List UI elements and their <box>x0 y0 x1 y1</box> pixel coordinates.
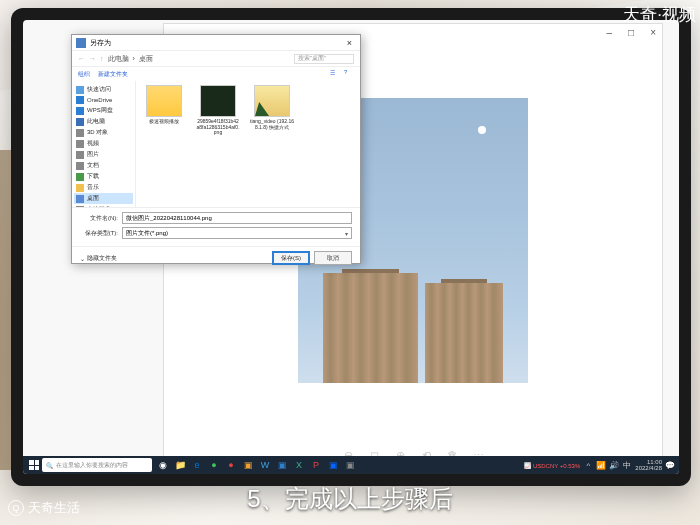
nav-up-button[interactable]: ↑ <box>100 55 104 62</box>
nav-forward-button[interactable]: → <box>89 55 96 62</box>
sidebar-item-label: 本地磁盘 <box>87 205 111 207</box>
dialog-sidebar: 快速访问OneDriveWPS网盘此电脑3D 对象视频图片文档下载音乐桌面本地磁… <box>72 81 136 207</box>
tray-network-icon[interactable]: 📶 <box>596 460 606 470</box>
file-item[interactable]: 极速视频播放 <box>142 85 186 125</box>
sidebar-item[interactable]: 3D 对象 <box>74 127 133 138</box>
view-mode-icon[interactable]: ☰ <box>330 69 340 79</box>
start-button[interactable] <box>27 458 41 472</box>
cancel-button[interactable]: 取消 <box>314 251 352 265</box>
save-as-dialog: 另存为 × ← → ↑ 此电脑 › 桌面 搜索"桌面" 组织 新建文件夹 ☰ ?… <box>71 34 361 264</box>
taskbar-app-icon[interactable]: e <box>189 457 205 473</box>
dialog-toolbar: 组织 新建文件夹 ☰ ? <box>72 67 360 81</box>
folder-icon <box>76 173 84 181</box>
sidebar-item-label: WPS网盘 <box>87 106 113 115</box>
folder-icon <box>76 151 84 159</box>
viewer-min-button[interactable]: – <box>607 27 613 38</box>
sidebar-item[interactable]: 图片 <box>74 149 133 160</box>
sidebar-item[interactable]: 下载 <box>74 171 133 182</box>
sidebar-item-label: 快速访问 <box>87 85 111 94</box>
sidebar-item-label: 此电脑 <box>87 117 105 126</box>
taskbar-app-icon[interactable]: X <box>291 457 307 473</box>
building-right <box>425 283 503 383</box>
sidebar-item-label: 桌面 <box>87 194 99 203</box>
dialog-title: 另存为 <box>90 38 111 48</box>
tray-clock[interactable]: 11:00 2022/4/28 <box>635 459 662 471</box>
windows-logo-icon <box>29 460 39 470</box>
dialog-app-icon <box>76 38 86 48</box>
taskbar-apps: ◉📁e●●▣W▣XP▣▣ <box>155 457 358 473</box>
taskbar-search-input[interactable]: 🔍 在这里输入你要搜索的内容 <box>42 458 152 472</box>
nav-back-button[interactable]: ← <box>78 55 85 62</box>
taskbar-app-icon[interactable]: 📁 <box>172 457 188 473</box>
hide-folders-toggle[interactable]: ⌄ 隐藏文件夹 <box>80 254 117 263</box>
taskbar-app-icon[interactable]: ▣ <box>342 457 358 473</box>
sidebar-item[interactable]: 桌面 <box>74 193 133 204</box>
folder-icon <box>76 140 84 148</box>
help-icon[interactable]: ? <box>344 69 354 79</box>
taskbar-app-icon[interactable]: ▣ <box>325 457 341 473</box>
folder-icon <box>76 96 84 104</box>
file-item[interactable]: tiang_video (192.168.1.8) 快捷方式 <box>250 85 294 130</box>
moon-icon <box>478 126 486 134</box>
file-thumbnail <box>200 85 236 117</box>
folder-icon <box>76 107 84 115</box>
breadcrumb-current[interactable]: 桌面 <box>139 54 153 64</box>
sidebar-item[interactable]: WPS网盘 <box>74 105 133 116</box>
file-list-area[interactable]: 极速视频播放29859e4f18f31b42a8fa1286315b4af0.p… <box>136 81 360 207</box>
organize-menu[interactable]: 组织 <box>78 70 90 79</box>
tray-volume-icon[interactable]: 🔊 <box>609 460 619 470</box>
sidebar-item[interactable]: 视频 <box>74 138 133 149</box>
tray-notifications-icon[interactable]: 💬 <box>665 460 675 470</box>
folder-icon <box>76 162 84 170</box>
filetype-select[interactable]: 图片文件(*.png) <box>122 227 352 239</box>
building-left <box>323 273 418 383</box>
file-thumbnail <box>146 85 182 117</box>
folder-icon <box>76 86 84 94</box>
taskbar-app-icon[interactable]: ▣ <box>274 457 290 473</box>
taskbar-app-icon[interactable]: ▣ <box>240 457 256 473</box>
chevron-down-icon: ⌄ <box>80 255 85 262</box>
sidebar-item[interactable]: OneDrive <box>74 95 133 105</box>
filetype-label: 保存类型(T): <box>80 229 118 238</box>
folder-icon <box>76 118 84 126</box>
filename-label: 文件名(N): <box>80 214 118 223</box>
file-label: tiang_video (192.168.1.8) 快捷方式 <box>250 119 294 130</box>
folder-icon <box>76 206 84 208</box>
taskbar-app-icon[interactable]: ● <box>206 457 222 473</box>
sidebar-item[interactable]: 文档 <box>74 160 133 171</box>
search-icon: 🔍 <box>46 462 53 469</box>
folder-icon <box>76 184 84 192</box>
system-tray: 📈 USDCNY +0.53% ^ 📶 🔊 中 11:00 2022/4/28 … <box>524 459 675 471</box>
breadcrumb-root[interactable]: 此电脑 <box>108 54 129 64</box>
folder-icon <box>76 129 84 137</box>
sidebar-item[interactable]: 本地磁盘 <box>74 204 133 207</box>
dialog-search-input[interactable]: 搜索"桌面" <box>294 54 354 64</box>
sidebar-item[interactable]: 音乐 <box>74 182 133 193</box>
filename-input[interactable]: 微信图片_20220428110044.png <box>122 212 352 224</box>
folder-icon <box>76 195 84 203</box>
video-subtitle: 5、完成以上步骤后 <box>0 483 700 515</box>
new-folder-button[interactable]: 新建文件夹 <box>98 70 128 79</box>
taskbar-app-icon[interactable]: W <box>257 457 273 473</box>
dialog-nav-bar: ← → ↑ 此电脑 › 桌面 搜索"桌面" <box>72 51 360 67</box>
file-thumbnail <box>254 85 290 117</box>
dialog-close-button[interactable]: × <box>343 38 356 48</box>
watermark-top-right: 天奇·视频 <box>619 0 700 29</box>
sidebar-item[interactable]: 快速访问 <box>74 84 133 95</box>
taskbar-app-icon[interactable]: ● <box>223 457 239 473</box>
file-label: 29859e4f18f31b42a8fa1286315b4af0.png <box>196 119 240 136</box>
sidebar-item-label: 3D 对象 <box>87 128 108 137</box>
taskbar-app-icon[interactable]: P <box>308 457 324 473</box>
tray-up-icon[interactable]: ^ <box>583 460 593 470</box>
tray-ime-icon[interactable]: 中 <box>622 460 632 470</box>
file-item[interactable]: 29859e4f18f31b42a8fa1286315b4af0.png <box>196 85 240 136</box>
sidebar-item[interactable]: 此电脑 <box>74 116 133 127</box>
sidebar-item-label: 下载 <box>87 172 99 181</box>
stock-widget[interactable]: 📈 USDCNY +0.53% <box>524 462 580 469</box>
sidebar-item-label: 文档 <box>87 161 99 170</box>
taskbar-app-icon[interactable]: ◉ <box>155 457 171 473</box>
desktop-screen: – □ × ⊖ ◻ ⊕ ⟲ 🗑 ⋯ 另存为 × ← → ↑ 此电脑 › 桌面 搜… <box>23 20 679 474</box>
sidebar-item-label: 音乐 <box>87 183 99 192</box>
save-button[interactable]: 保存(S) <box>272 251 310 265</box>
monitor-frame: – □ × ⊖ ◻ ⊕ ⟲ 🗑 ⋯ 另存为 × ← → ↑ 此电脑 › 桌面 搜… <box>11 8 691 486</box>
